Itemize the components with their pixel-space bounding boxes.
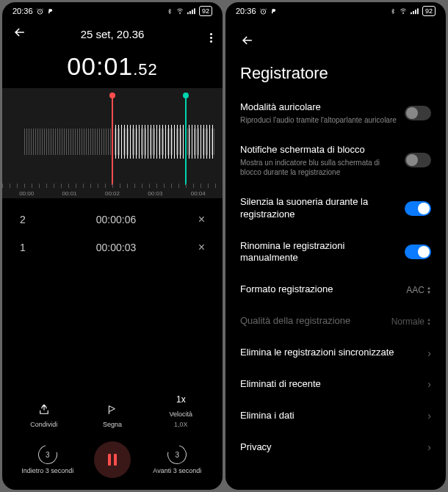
alarm-icon <box>36 7 44 15</box>
pause-icon <box>108 454 117 466</box>
setting-delete-synced[interactable]: Elimina le registrazioni sincronizzate › <box>240 337 431 369</box>
bluetooth-icon <box>167 7 173 15</box>
svg-rect-4 <box>192 10 193 14</box>
paypal-icon <box>270 7 277 15</box>
toggle-switch[interactable] <box>405 106 431 120</box>
waveform-area[interactable]: 00:00 00:01 00:02 00:03 00:04 <box>2 88 223 198</box>
signal-icon <box>187 7 196 15</box>
wifi-icon <box>176 7 184 15</box>
updown-icon: ▲▼ <box>427 286 431 294</box>
more-icon <box>210 33 212 43</box>
toggle-switch[interactable] <box>405 245 431 259</box>
svg-rect-11 <box>417 8 419 14</box>
chevron-right-icon: › <box>427 378 431 390</box>
pause-button[interactable] <box>94 441 131 478</box>
time-ruler <box>2 184 223 188</box>
share-button[interactable]: Condividi <box>15 402 73 428</box>
recorder-player-screen: 20:36 92 25 set, 20.36 00:01.52 00: <box>2 2 223 490</box>
forward-3s-button[interactable]: 3 Avanti 3 secondi <box>148 445 206 474</box>
svg-rect-8 <box>411 12 412 14</box>
svg-rect-10 <box>415 10 416 14</box>
status-bar: 20:36 92 <box>225 2 446 18</box>
settings-header: Registratore <box>225 18 446 92</box>
mark-button[interactable]: Segna <box>83 402 142 428</box>
alarm-icon <box>259 7 267 15</box>
chevron-right-icon: › <box>427 347 431 359</box>
marks-list: 2 00:00:06 × 1 00:00:03 × <box>2 198 223 269</box>
recording-title: 25 set, 20.36 <box>30 28 195 40</box>
paypal-icon <box>47 7 54 15</box>
chevron-right-icon: › <box>427 410 431 422</box>
battery-indicator: 92 <box>422 6 436 16</box>
setting-rename-manual[interactable]: Rinomina le registrazioni manualmente <box>240 231 431 275</box>
flag-icon <box>106 403 118 416</box>
rewind-icon: 3 <box>38 445 57 464</box>
status-time: 20:36 <box>236 7 256 15</box>
svg-point-7 <box>403 13 404 14</box>
waveform-fg <box>112 125 215 159</box>
setting-lockscreen-notif[interactable]: Notifiche schermata di blocco Mostra un … <box>240 134 431 187</box>
settings-title: Registratore <box>240 64 431 83</box>
setting-silence-ringer[interactable]: Silenzia la suoneria durante la registra… <box>240 187 431 231</box>
toggle-switch[interactable] <box>405 201 431 216</box>
svg-rect-9 <box>413 11 414 14</box>
toggle-switch[interactable] <box>405 153 431 167</box>
updown-icon: ▲▼ <box>427 317 431 326</box>
forward-icon: 3 <box>167 445 187 464</box>
status-bar: 20:36 92 <box>2 2 223 18</box>
delete-mark-button[interactable]: × <box>183 241 205 254</box>
player-header: 25 set, 20.36 <box>2 18 223 49</box>
setting-delete-data[interactable]: Elimina i dati › <box>240 400 431 432</box>
setting-recently-deleted[interactable]: Eliminati di recente › <box>240 369 431 400</box>
back-button[interactable] <box>12 25 30 43</box>
signal-icon <box>411 7 419 15</box>
ruler-labels: 00:00 00:01 00:02 00:03 00:04 <box>2 190 223 198</box>
settings-list[interactable]: Modalità auricolare Riproduci l'audio tr… <box>225 92 446 490</box>
svg-rect-2 <box>187 12 189 14</box>
bluetooth-icon <box>390 7 396 15</box>
setting-recording-quality: Qualità della registrazione Normale ▲▼ <box>240 305 431 337</box>
status-time: 20:36 <box>12 7 33 15</box>
share-icon <box>37 403 51 416</box>
recorder-settings-screen: 20:36 92 Registratore Modalità auricolar… <box>225 2 446 490</box>
battery-indicator: 92 <box>199 6 212 16</box>
playback-timer: 00:01.52 <box>2 49 223 88</box>
svg-point-1 <box>180 13 181 14</box>
delete-mark-button[interactable]: × <box>183 213 205 226</box>
mark-line <box>185 95 187 185</box>
setting-recording-format[interactable]: Formato registrazione AAC ▲▼ <box>240 274 431 305</box>
mark-row[interactable]: 2 00:00:06 × <box>2 206 223 234</box>
svg-rect-3 <box>189 11 191 14</box>
player-controls: Condividi Segna 1x Velocità 1,0X 3 Indie <box>2 381 223 490</box>
speed-button[interactable]: 1x Velocità 1,0X <box>151 391 210 428</box>
svg-rect-5 <box>194 8 195 14</box>
wifi-icon <box>399 7 408 15</box>
more-menu-button[interactable] <box>195 25 212 43</box>
setting-earpiece-mode[interactable]: Modalità auricolare Riproduci l'audio tr… <box>240 92 431 134</box>
setting-privacy[interactable]: Privacy › <box>240 432 431 463</box>
back-button[interactable] <box>240 33 431 51</box>
mark-row[interactable]: 1 00:00:03 × <box>2 234 223 261</box>
rewind-3s-button[interactable]: 3 Indietro 3 secondi <box>18 445 77 474</box>
chevron-right-icon: › <box>427 441 431 453</box>
playhead-line <box>112 95 113 185</box>
